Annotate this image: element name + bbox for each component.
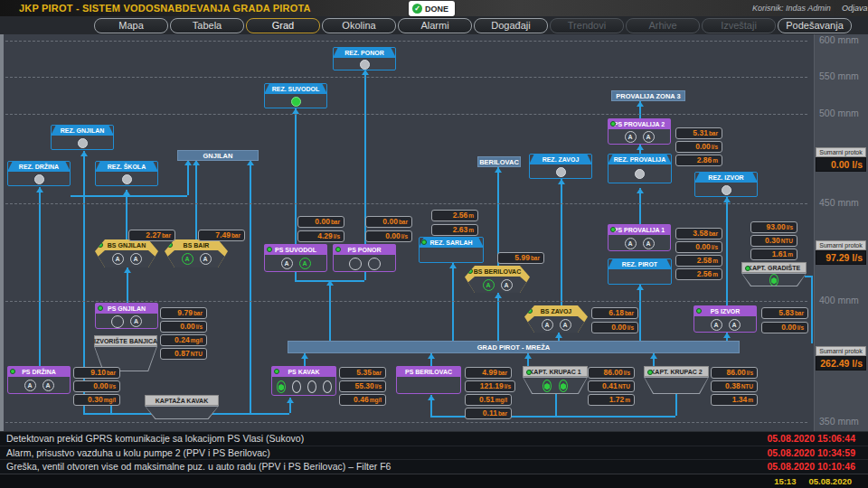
node-rez-zavoj[interactable]: REZ. ZAVOJ <box>529 154 592 179</box>
pump-running-icon[interactable]: A <box>182 253 193 265</box>
pump-icon[interactable]: A <box>130 315 142 327</box>
flow-arrow-icon <box>36 187 43 192</box>
well-pump-running-icon[interactable] <box>277 380 286 393</box>
pump-running-icon[interactable]: A <box>299 258 311 269</box>
measurement-unit: bar <box>498 370 507 376</box>
pump-icon[interactable]: A <box>625 131 637 143</box>
pump-icon[interactable]: A <box>711 319 722 331</box>
node-label: REZ. ZAVOJ <box>542 156 580 163</box>
node-izvori-te-banjica[interactable]: IZVORIŠTE BANJICA <box>94 335 157 371</box>
measurement-unit: m <box>712 157 718 164</box>
node-bs-berilovac[interactable]: BS BERILOVACAA <box>465 266 530 293</box>
well-pump-running-icon[interactable] <box>542 380 552 392</box>
node-rez-kola[interactable]: REZ. ŠKOLA <box>95 161 158 186</box>
node-rez-suvodol[interactable]: REZ. SUVODOL <box>264 83 327 108</box>
pump-icon[interactable]: A <box>560 319 571 331</box>
node-body <box>609 164 671 183</box>
node-ps-ponor[interactable]: PS PONOR <box>333 244 396 272</box>
node-rez-gnjilan[interactable]: REZ. GNJILAN <box>51 125 114 150</box>
pipe-line <box>561 179 562 305</box>
pump-icon[interactable]: A <box>42 380 54 391</box>
measurement-value: 9.10 <box>90 368 106 378</box>
pipe-line <box>639 188 641 224</box>
status-dot-icon <box>98 242 103 248</box>
node-ps-provalija-1[interactable]: PS PROVALIJA 1AA <box>608 224 671 251</box>
flow-arrow-icon <box>558 179 565 184</box>
pump-idle-icon[interactable] <box>111 315 124 328</box>
elevation-label: 450 mnm <box>819 197 859 208</box>
measurement-unit: m <box>468 212 474 219</box>
well-pump-running-icon[interactable] <box>559 380 568 392</box>
well-pump-icon[interactable] <box>323 380 332 393</box>
node-ps-kavak[interactable]: PS KAVAK <box>271 366 336 396</box>
node-body <box>420 248 483 263</box>
alarm-row-3[interactable]: Greška, ventil otvoren vise od maksimaln… <box>0 460 868 474</box>
measurement-value: 4.99 <box>482 368 497 378</box>
alarm-row-1[interactable]: Detektovan prekid GPRS komunikacije sa l… <box>0 432 868 446</box>
pump-icon[interactable]: A <box>130 253 142 265</box>
node-rez-dr-ina[interactable]: REZ. DRŽINA <box>7 161 71 186</box>
node-rez-ponor[interactable]: REZ. PONOR <box>333 47 396 70</box>
pump-icon[interactable]: A <box>112 253 124 265</box>
value-box: 0.41NTU <box>588 380 635 392</box>
elevation-label: 500 mnm <box>819 108 859 118</box>
measurement-value: 5.31 <box>693 128 708 138</box>
node-kapta-a-kavak[interactable]: KAPTAŽA KAVAK <box>145 395 219 419</box>
pump-icon[interactable]: A <box>24 380 36 391</box>
measurement-unit: l/s <box>196 324 203 330</box>
node-rez-pirot[interactable]: REZ. PIROT <box>608 258 672 285</box>
node-header: PS PROVALIJA 1 <box>608 224 671 235</box>
measurement-value: 0.24 <box>175 335 190 345</box>
pump-idle-icon[interactable] <box>349 258 362 270</box>
node-ps-provalija-2[interactable]: PS PROVALIJA 2AA <box>608 118 671 145</box>
node-label: KAPT. GRADIŠTE <box>748 265 800 271</box>
pump-icon[interactable]: A <box>643 238 655 249</box>
pump-icon[interactable]: A <box>643 131 655 143</box>
pump-idle-icon[interactable] <box>368 258 381 270</box>
node-ps-gnjilan[interactable]: PS GNJILANA <box>95 303 158 329</box>
node-ps-suvodol[interactable]: PS SUVODOLAA <box>264 244 327 272</box>
status-dot-icon <box>610 121 616 127</box>
pump-icon[interactable]: A <box>625 238 637 249</box>
node-bs-bair[interactable]: BS BAIRAA <box>165 239 228 267</box>
pump-running-icon[interactable]: A <box>483 279 495 291</box>
node-label: REZ. ŠKOLA <box>108 164 146 170</box>
node-kapt-krupac-1[interactable]: KAPT. KRUPAC 1 <box>523 366 588 394</box>
well-pump-icon[interactable] <box>292 380 301 393</box>
pump-icon[interactable]: A <box>729 319 741 331</box>
node-ps-izvor[interactable]: PS IZVORAA <box>693 305 757 333</box>
value-box: 2.27bar <box>128 230 175 241</box>
node-label: BS BAIR <box>184 242 210 249</box>
measurement-unit: l/s <box>624 370 630 376</box>
node-header: PS PONOR <box>333 244 396 255</box>
value-box: 86.00l/s <box>711 367 758 379</box>
measurement-value: 0.00 <box>180 322 195 332</box>
node-ps-dr-ina[interactable]: PS DRŽINAAA <box>7 366 71 394</box>
measurement-unit: m <box>748 397 753 403</box>
well-pump-running-icon[interactable] <box>769 274 778 286</box>
node-body: AA <box>609 129 670 145</box>
level-icon <box>78 138 88 148</box>
alarm-row-2[interactable]: Alarm, prisustvo vazduha u kolu pumpe 2 … <box>0 446 868 461</box>
value-box: 0.30NTU <box>750 235 797 247</box>
node-bs-gnjilan[interactable]: BS GNJILANAA <box>95 239 158 267</box>
node-rez-sarlah[interactable]: REZ. SARLAH <box>419 237 484 263</box>
flow-arrow-icon <box>449 263 457 268</box>
node-rez-izvor[interactable]: REZ. IZVOR <box>694 172 758 197</box>
node-ps-berilovac[interactable]: PS BERILOVAC <box>396 366 461 394</box>
pump-icon[interactable]: A <box>200 253 212 265</box>
measurement-unit: l/s <box>109 383 116 389</box>
pump-icon[interactable]: A <box>281 258 293 269</box>
well-pump-icon[interactable] <box>307 380 316 393</box>
node-kapt-gradi-te[interactable]: KAPT. GRADIŠTE <box>741 262 807 286</box>
value-box: 0.00l/s <box>675 141 722 153</box>
node-rez-provalija[interactable]: REZ. PROVALIJA <box>608 154 672 183</box>
node-body: AA <box>609 235 670 251</box>
pump-icon[interactable]: A <box>501 279 513 291</box>
pipe-line <box>364 272 366 280</box>
pump-icon[interactable]: A <box>542 319 553 331</box>
measurement-value: 1.61 <box>772 249 788 259</box>
level-icon <box>635 169 645 179</box>
node-bs-zavoj[interactable]: BS ZAVOJAA <box>524 305 588 333</box>
node-kapt-krupac-2[interactable]: KAPT. KRUPAC 2 <box>644 366 709 394</box>
